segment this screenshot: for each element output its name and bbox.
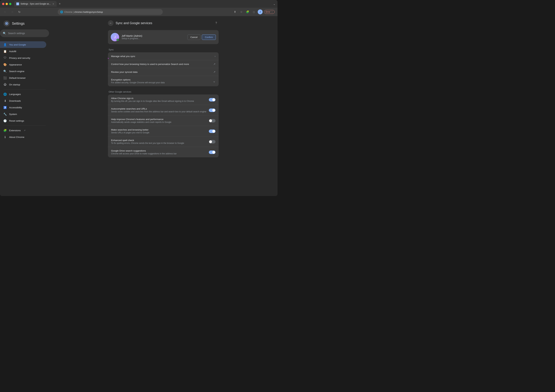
back-button[interactable]: ← — [108, 20, 114, 26]
autocomplete-label: Autocomplete searches and URLs — [111, 107, 209, 110]
sync-section-title: Sync — [108, 48, 219, 51]
spell-check-toggle[interactable] — [209, 140, 215, 143]
sidebar-item-on-startup[interactable]: ⏻ On startup — [0, 81, 46, 88]
sidebar-item-downloads[interactable]: ⬇ Downloads — [0, 98, 46, 104]
tab-dropdown-icon[interactable]: ⌄ — [273, 2, 275, 6]
search-input[interactable] — [8, 32, 46, 35]
chrome-settings-logo — [3, 20, 10, 27]
sidebar-item-system[interactable]: 🔧 System — [0, 111, 46, 117]
sidebar-label-you-and-google: You and Google — [9, 43, 26, 46]
browser-window: ⚙ Settings - Sync and Google se... ✕ + ⌄… — [0, 0, 278, 196]
tab-close-button[interactable]: ✕ — [52, 3, 54, 5]
sidebar-item-default-browser[interactable]: ⬛ Default browser — [0, 75, 46, 81]
extensions-external-icon: ↗ — [24, 129, 25, 132]
autocomplete-toggle[interactable] — [209, 108, 215, 112]
encryption-text: Encryption options For added security, G… — [111, 78, 213, 84]
tab-bar: ⚙ Settings - Sync and Google se... ✕ + ⌄ — [14, 1, 275, 7]
error-label: Error — [266, 11, 270, 13]
sidebar-item-languages[interactable]: 🌐 Languages — [0, 91, 46, 98]
sidebar-item-autofill[interactable]: 📋 Autofill — [0, 48, 46, 55]
url-bar[interactable]: 🌐 Chrome | chrome://settings/syncSetup — [58, 9, 163, 15]
confirm-button[interactable]: Confirm — [202, 35, 216, 40]
sidebar-item-accessibility[interactable]: ♿ Accessibility — [0, 104, 46, 111]
sidebar-item-you-and-google[interactable]: 👤 You and Google — [0, 41, 46, 48]
sidebar-item-privacy-security[interactable]: 🛡 Privacy and security — [0, 55, 46, 61]
back-button[interactable]: ← — [3, 9, 8, 14]
sidebar-label-privacy: Privacy and security — [9, 57, 30, 59]
review-synced-text: Review your synced data — [111, 71, 213, 73]
other-services-group: Allow Chrome sign-in By turning this off… — [108, 94, 219, 157]
sidebar-item-about-chrome[interactable]: ℹ About Chrome — [0, 134, 46, 140]
browsing-history-row[interactable]: Control how your browsing history is use… — [108, 60, 219, 68]
browsing-better-row[interactable]: Make searches and browsing better Sends … — [108, 126, 219, 136]
error-badge[interactable]: Error ⋮ — [264, 10, 275, 14]
manage-sync-row[interactable]: Manage what you sync › — [108, 52, 219, 60]
fullscreen-button[interactable] — [9, 3, 11, 5]
minimize-button[interactable] — [6, 3, 8, 5]
sidebar-label-extensions: Extensions — [9, 129, 21, 132]
allow-signin-sub: By turning this off, you can sign in to … — [111, 100, 209, 102]
sidebar-item-extensions[interactable]: 🧩 Extensions ↗ — [0, 127, 46, 134]
close-button[interactable] — [2, 3, 4, 5]
content-area: ← Sync and Google services ? J Jeff Mart… — [104, 20, 223, 157]
drive-suggestions-toggle[interactable] — [209, 150, 215, 154]
allow-signin-text: Allow Chrome sign-in By turning this off… — [111, 97, 209, 102]
spell-check-row[interactable]: Enhanced spell check To fix spelling err… — [108, 136, 219, 147]
help-improve-row[interactable]: Help improve Chrome's features and perfo… — [108, 115, 219, 126]
download-icon: ⬇ — [3, 99, 7, 102]
forward-button[interactable]: → — [10, 9, 15, 14]
refresh-button[interactable]: ↻ — [17, 9, 22, 14]
extension-icon[interactable]: 🧩 — [245, 9, 250, 14]
url-text: Chrome | chrome://settings/syncSetup — [64, 11, 103, 13]
sidebar-item-reset-settings[interactable]: 🕐 Reset settings — [0, 117, 46, 124]
allow-signin-row[interactable]: Allow Chrome sign-in By turning this off… — [108, 94, 219, 105]
browser-icon: ⬛ — [3, 76, 7, 79]
toggle-thumb — [209, 119, 212, 122]
spell-check-text: Enhanced spell check To fix spelling err… — [111, 139, 209, 144]
drive-suggestions-row[interactable]: Google Drive search suggestions Chrome w… — [108, 147, 219, 157]
manage-sync-label: Manage what you sync — [111, 55, 215, 57]
browsing-better-text: Make searches and browsing better Sends … — [111, 128, 209, 134]
new-tab-button[interactable]: + — [57, 1, 62, 6]
spell-check-sub: To fix spelling errors, Chrome sends the… — [111, 142, 209, 144]
active-tab[interactable]: ⚙ Settings - Sync and Google se... ✕ — [14, 1, 57, 7]
encryption-sublabel: For added security, Google Chrome will e… — [111, 81, 213, 84]
address-bar: ← → ↻ 🌐 Chrome | chrome://settings/syncS… — [0, 8, 278, 16]
autocomplete-row[interactable]: Autocomplete searches and URLs Sends som… — [108, 105, 219, 115]
error-menu-icon: ⋮ — [271, 11, 273, 13]
help-icon[interactable]: ? — [214, 21, 219, 26]
main-panel: ← Sync and Google services ? J Jeff Mart… — [49, 16, 278, 196]
drive-suggestions-sub: Chrome will access your Drive to make su… — [111, 152, 209, 155]
allow-signin-toggle[interactable] — [209, 98, 215, 101]
sidebar-label-languages: Languages — [9, 93, 21, 96]
autocomplete-text: Autocomplete searches and URLs Sends som… — [111, 107, 209, 113]
sidebar-item-appearance[interactable]: 🎨 Appearance — [0, 61, 46, 68]
external-link-icon-2: ↗ — [213, 71, 215, 73]
about-icon: ℹ — [3, 135, 7, 139]
browsing-better-sub: Sends URLs of pages you visit to Google — [111, 131, 209, 134]
sidebar-item-search-engine[interactable]: 🔍 Search engine — [0, 68, 46, 75]
review-synced-row[interactable]: Review your synced data ↗ — [108, 68, 219, 76]
title-bar: ⚙ Settings - Sync and Google se... ✕ + ⌄ — [0, 0, 278, 8]
autofill-icon: 📋 — [3, 50, 7, 53]
browsing-better-toggle[interactable] — [209, 129, 215, 133]
settings-title: Settings — [12, 21, 24, 26]
help-improve-text: Help improve Chrome's features and perfo… — [111, 118, 209, 123]
tab-search-icon[interactable]: □ — [251, 9, 256, 14]
browser-content: Settings 🔍 👤 You and Google 📋 Autofill 🛡… — [0, 16, 278, 196]
cancel-button[interactable]: Cancel — [187, 35, 200, 40]
chevron-right-icon: › — [215, 55, 215, 57]
spell-check-label: Enhanced spell check — [111, 139, 209, 142]
svg-point-2 — [6, 23, 7, 24]
encryption-row[interactable]: Encryption options For added security, G… — [108, 76, 219, 86]
share-icon[interactable]: ⬆ — [233, 9, 237, 14]
account-avatar: J — [111, 33, 119, 41]
search-bar[interactable]: 🔍 — [0, 29, 49, 37]
help-improve-toggle[interactable] — [209, 119, 215, 122]
bookmark-icon[interactable]: ☆ — [239, 9, 244, 14]
reset-icon: 🕐 — [3, 119, 7, 122]
toggle-thumb — [212, 109, 215, 112]
toggle-thumb — [212, 151, 215, 154]
profile-avatar[interactable]: J — [258, 9, 263, 14]
review-synced-label: Review your synced data — [111, 71, 213, 73]
